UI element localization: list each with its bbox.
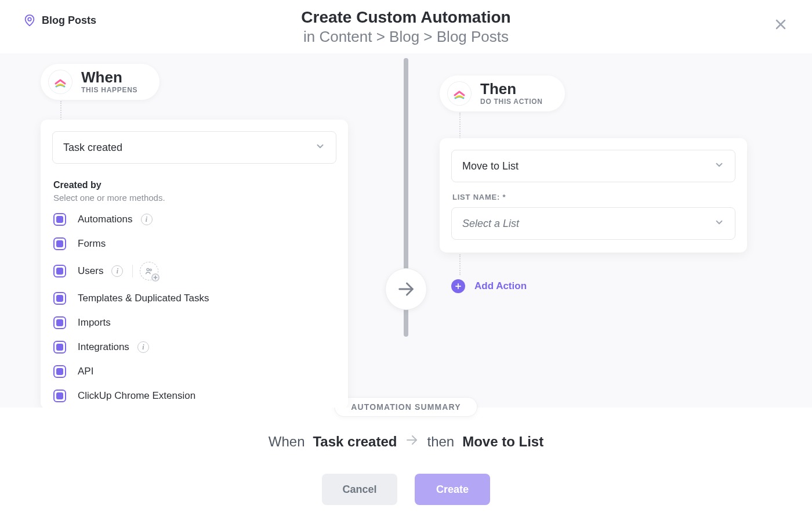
modal-subtitle: in Content > Blog > Blog Posts	[0, 28, 812, 46]
separator	[132, 265, 133, 277]
info-icon[interactable]: i	[141, 214, 153, 225]
list-name-label: LIST NAME: *	[452, 193, 735, 201]
created-by-item: Integrationsi	[52, 338, 336, 356]
arrow-right-icon	[405, 433, 419, 450]
checkbox[interactable]	[53, 213, 66, 226]
when-title: When	[81, 70, 137, 85]
created-by-item-label: Templates & Duplicated Tasks	[78, 293, 209, 304]
checkbox[interactable]	[53, 341, 66, 354]
created-by-item: Forms	[52, 235, 336, 253]
created-by-title: Created by	[53, 180, 336, 190]
list-select[interactable]: Select a List	[451, 207, 735, 240]
created-by-item-label: Automations	[78, 214, 133, 225]
breadcrumb: Blog Posts	[23, 14, 96, 27]
created-by-item-label: Users	[78, 265, 103, 277]
automation-canvas: When THIS HAPPENS Task created Created b…	[0, 53, 812, 408]
trigger-card: Task created Created by Select one or mo…	[41, 120, 348, 408]
then-subtitle: DO THIS ACTION	[480, 98, 543, 106]
clickup-logo-icon	[49, 70, 72, 93]
flow-arrow-chip	[385, 268, 427, 310]
created-by-item: Usersi	[52, 259, 336, 283]
modal-title-block: Create Custom Automation in Content > Bl…	[0, 8, 812, 46]
then-pill: Then DO THIS ACTION	[440, 75, 565, 111]
svg-point-5	[150, 269, 151, 271]
modal-footer: AUTOMATION SUMMARY When Task created the…	[0, 408, 812, 505]
info-icon[interactable]: i	[111, 265, 123, 277]
action-select-value: Move to List	[462, 160, 519, 172]
modal-header: Blog Posts Create Custom Automation in C…	[0, 0, 812, 53]
checkbox[interactable]	[53, 237, 66, 250]
created-by-item: Imports	[52, 314, 336, 331]
action-card: Move to List LIST NAME: * Select a List	[440, 138, 747, 253]
checkbox[interactable]	[53, 316, 66, 329]
chevron-down-icon	[714, 160, 724, 173]
created-by-item: ClickUp Chrome Extension	[52, 387, 336, 405]
add-action-label: Add Action	[474, 280, 527, 292]
trigger-select-value: Task created	[63, 142, 122, 154]
chevron-down-icon	[315, 141, 325, 154]
action-select[interactable]: Move to List	[451, 150, 735, 182]
create-button[interactable]: Create	[415, 474, 490, 505]
when-pill: When THIS HAPPENS	[41, 64, 160, 100]
plus-circle-icon	[451, 279, 465, 293]
svg-point-4	[147, 268, 149, 271]
chevron-down-icon	[714, 217, 724, 230]
checkbox[interactable]	[53, 390, 66, 402]
then-title: Then	[480, 81, 543, 96]
list-select-placeholder: Select a List	[462, 218, 519, 230]
checkbox[interactable]	[53, 292, 66, 305]
add-users-icon[interactable]	[140, 262, 158, 280]
close-button[interactable]	[770, 14, 791, 35]
checkbox[interactable]	[53, 365, 66, 378]
svg-point-0	[28, 17, 31, 21]
summary-when-prefix: When	[269, 434, 305, 450]
created-by-item: Templates & Duplicated Tasks	[52, 290, 336, 307]
created-by-list: AutomationsiFormsUsersiTemplates & Dupli…	[52, 211, 336, 405]
created-by-item: Automationsi	[52, 211, 336, 228]
summary-then-prefix: then	[427, 434, 454, 450]
when-column: When THIS HAPPENS Task created Created b…	[41, 64, 348, 408]
location-pin-icon	[23, 14, 36, 27]
when-subtitle: THIS HAPPENS	[81, 86, 137, 94]
breadcrumb-label: Blog Posts	[42, 15, 96, 27]
checkbox[interactable]	[53, 265, 66, 277]
add-action-button[interactable]: Add Action	[451, 279, 747, 293]
center-divider	[404, 53, 408, 408]
cancel-button[interactable]: Cancel	[322, 474, 397, 505]
trigger-select[interactable]: Task created	[52, 131, 336, 164]
created-by-item: API	[52, 363, 336, 380]
created-by-item-label: API	[78, 366, 93, 377]
then-column: Then DO THIS ACTION Move to List LIST NA…	[440, 75, 747, 293]
summary-when-value: Task created	[313, 434, 397, 450]
connector-line	[459, 254, 461, 275]
created-by-item-label: Forms	[78, 238, 106, 250]
footer-buttons: Cancel Create	[0, 474, 812, 505]
summary-pill: AUTOMATION SUMMARY	[334, 397, 477, 417]
modal-title: Create Custom Automation	[0, 8, 812, 27]
summary-line: When Task created then Move to List	[0, 433, 812, 450]
created-by-item-label: Imports	[78, 317, 111, 329]
clickup-logo-icon	[448, 82, 471, 105]
created-by-item-label: ClickUp Chrome Extension	[78, 390, 195, 402]
info-icon[interactable]: i	[137, 341, 149, 353]
created-by-subtitle: Select one or more methods.	[53, 193, 336, 203]
created-by-item-label: Integrations	[78, 341, 129, 353]
summary-then-value: Move to List	[462, 434, 543, 450]
